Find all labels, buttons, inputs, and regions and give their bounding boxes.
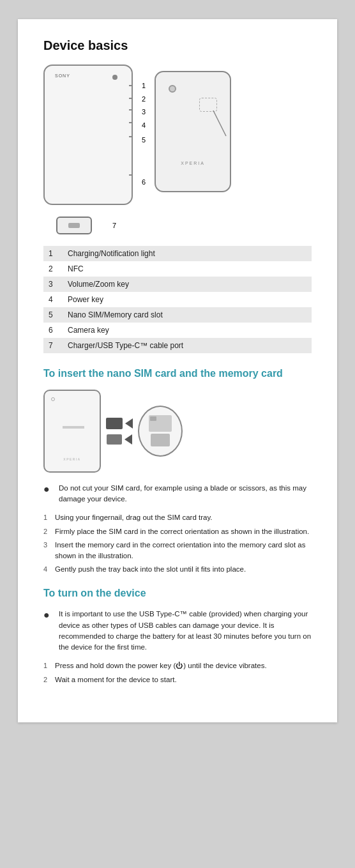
sim-phone-diagram: XPERIA bbox=[43, 390, 101, 473]
xperia-label: XPERIA bbox=[181, 161, 205, 165]
step-text: Using your fingernail, drag out the SIM … bbox=[55, 512, 213, 523]
step-num: 4 bbox=[43, 564, 52, 575]
sim-section-heading: To insert the nano SIM card and the memo… bbox=[43, 367, 312, 381]
step-num: 1 bbox=[43, 512, 52, 523]
label-5: 5 bbox=[142, 132, 146, 148]
svg-line-0 bbox=[213, 110, 226, 136]
device-diagram: SONY 1 2 3 4 5 6 bbox=[43, 65, 312, 205]
part-label: Volume/Zoom key bbox=[63, 277, 312, 292]
sim-xperia-label: XPERIA bbox=[63, 457, 80, 461]
label-1: 1 bbox=[142, 79, 146, 93]
page-container: Device basics SONY 1 2 3 4 5 6 bbox=[18, 19, 337, 722]
parts-table: 1Charging/Notification light2NFC3Volume/… bbox=[43, 246, 312, 353]
label-6: 6 bbox=[142, 148, 146, 187]
charger-row: 7 bbox=[43, 217, 312, 234]
part-label: Nano SIM/Memory card slot bbox=[63, 307, 312, 323]
power-steps-list: 1Press and hold down the power key (⏻) u… bbox=[43, 660, 312, 685]
sim-card-arrow bbox=[106, 418, 133, 429]
part-label: NFC bbox=[63, 261, 312, 277]
sim-warning-text: Do not cut your SIM card, for example us… bbox=[59, 483, 312, 505]
sim-step-item: 1Using your fingernail, drag out the SIM… bbox=[43, 512, 312, 523]
page-title: Device basics bbox=[43, 38, 312, 53]
step-text: Gently push the tray back into the slot … bbox=[55, 564, 246, 575]
sim-card-holder bbox=[138, 406, 183, 457]
part-num: 3 bbox=[43, 277, 63, 292]
step-num: 2 bbox=[43, 674, 52, 685]
step-num: 3 bbox=[43, 540, 52, 551]
power-warning: ● It is important to use the USB Type-C™… bbox=[43, 609, 312, 653]
part-label: Power key bbox=[63, 292, 312, 307]
table-row: 4Power key bbox=[43, 292, 312, 307]
label-3: 3 bbox=[142, 105, 146, 118]
charger-icon bbox=[56, 217, 92, 234]
step-text: Press and hold down the power key (⏻) un… bbox=[55, 660, 267, 671]
power-step-item: 2Wait a moment for the device to start. bbox=[43, 674, 312, 685]
mem-card-rect bbox=[107, 434, 122, 445]
sim-illustration: XPERIA bbox=[43, 390, 312, 473]
label-7-text: 7 bbox=[112, 222, 116, 229]
part-num: 2 bbox=[43, 261, 63, 277]
power-step-item: 1Press and hold down the power key (⏻) u… bbox=[43, 660, 312, 671]
step-text: Wait a moment for the device to start. bbox=[55, 674, 177, 685]
sim-camera-dot bbox=[51, 397, 55, 401]
step-text: Firmly place the SIM card in the correct… bbox=[55, 526, 309, 537]
phone-back-diagram: XPERIA bbox=[155, 71, 231, 192]
mem-card-arrow bbox=[107, 434, 132, 445]
sim-arrows bbox=[106, 418, 133, 445]
sim-card-rect bbox=[106, 418, 123, 429]
power-section-heading: To turn on the device bbox=[43, 587, 312, 600]
warning-icon: ● bbox=[43, 482, 54, 497]
sim-step-item: 2Firmly place the SIM card in the correc… bbox=[43, 526, 312, 537]
sony-logo: SONY bbox=[55, 73, 70, 78]
phone-front-diagram: SONY bbox=[43, 65, 133, 205]
power-warning-icon: ● bbox=[43, 607, 54, 623]
table-row: 3Volume/Zoom key bbox=[43, 277, 312, 292]
sim-arrow-left bbox=[125, 418, 133, 429]
table-row: 6Camera key bbox=[43, 323, 312, 338]
part-num: 4 bbox=[43, 292, 63, 307]
part-label: Charging/Notification light bbox=[63, 246, 312, 261]
sim-card-inner bbox=[149, 415, 172, 432]
step-num: 2 bbox=[43, 526, 52, 537]
mem-card-inner bbox=[151, 434, 170, 446]
sim-slot-line bbox=[63, 426, 84, 429]
part-num: 1 bbox=[43, 246, 63, 261]
sim-step-item: 4Gently push the tray back into the slot… bbox=[43, 564, 312, 575]
table-row: 2NFC bbox=[43, 261, 312, 277]
power-warning-text: It is important to use the USB Type-C™ c… bbox=[59, 609, 312, 653]
slot-indicator-svg bbox=[156, 72, 232, 194]
part-label: Camera key bbox=[63, 323, 312, 338]
sim-steps-list: 1Using your fingernail, drag out the SIM… bbox=[43, 512, 312, 575]
table-row: 7Charger/USB Type-C™ cable port bbox=[43, 338, 312, 353]
sim-warning: ● Do not cut your SIM card, for example … bbox=[43, 483, 312, 505]
mem-arrow-left bbox=[125, 434, 132, 445]
table-row: 1Charging/Notification light bbox=[43, 246, 312, 261]
label-4: 4 bbox=[142, 118, 146, 132]
table-row: 5Nano SIM/Memory card slot bbox=[43, 307, 312, 323]
sim-step-item: 3Insert the memory card in the correct o… bbox=[43, 540, 312, 562]
front-camera-icon bbox=[112, 75, 117, 80]
part-num: 5 bbox=[43, 307, 63, 323]
step-num: 1 bbox=[43, 660, 52, 671]
label-2: 2 bbox=[142, 93, 146, 105]
part-num: 6 bbox=[43, 323, 63, 338]
part-label: Charger/USB Type-C™ cable port bbox=[63, 338, 312, 353]
part-num: 7 bbox=[43, 338, 63, 353]
step-text: Insert the memory card in the correct or… bbox=[55, 540, 312, 562]
